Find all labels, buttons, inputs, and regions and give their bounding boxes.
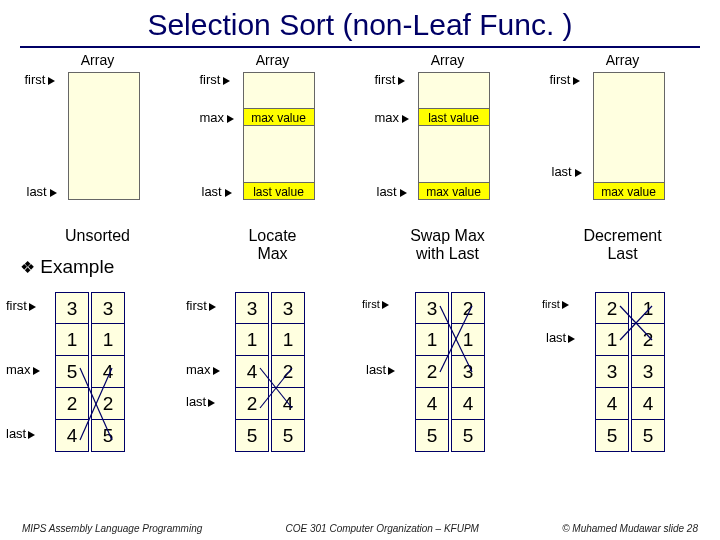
num-cell: 2 (631, 324, 665, 356)
num-cell: 5 (55, 356, 89, 388)
caption-swap: Swap Max with Last (363, 227, 533, 262)
cell-maxval: max value (418, 182, 490, 200)
caption-line: with Last (416, 245, 479, 262)
num-cell: 1 (595, 324, 629, 356)
array-box (593, 72, 665, 200)
num-cell: 4 (631, 388, 665, 420)
ptr-first: first (542, 298, 569, 310)
ptr-last: last (202, 184, 232, 199)
num-cell: 2 (55, 388, 89, 420)
array-block-1: Array first max max value last last valu… (188, 52, 358, 70)
caption-line: Swap Max (410, 227, 485, 244)
num-cell: 2 (415, 356, 449, 388)
num-cell: 1 (631, 292, 665, 324)
caption-line: Max (257, 245, 287, 262)
ptr-last: last (186, 394, 215, 409)
num-cell: 2 (235, 388, 269, 420)
concept-row: Array first last Unsorted Array first ma… (10, 52, 710, 70)
ptr-last: last (6, 426, 35, 441)
caption-unsorted: Unsorted (13, 227, 183, 245)
ptr-last: last (377, 184, 407, 199)
num-cell: 3 (235, 292, 269, 324)
caption-line: Decrement (583, 227, 661, 244)
ptr-max: max (375, 110, 410, 125)
col-group-3: first last 2 1 3 4 5 1 2 3 4 5 (540, 292, 720, 452)
num-col: 3 1 4 2 5 (91, 292, 125, 452)
ptr-max: max (186, 362, 220, 377)
num-col: 2 1 3 4 5 (595, 292, 629, 452)
num-cell: 5 (415, 420, 449, 452)
col-group-1: first max last 3 1 4 2 5 3 1 2 4 5 (180, 292, 360, 452)
ptr-last: last (366, 362, 395, 377)
example-columns: first max last 3 1 5 2 4 3 1 4 2 5 first… (0, 292, 720, 452)
cell-lastval: last value (418, 108, 490, 126)
num-col: 3 1 2 4 5 (415, 292, 449, 452)
array-box (418, 72, 490, 200)
ptr-last: last (552, 164, 582, 179)
num-cell: 5 (451, 420, 485, 452)
footer-mid: COE 301 Computer Organization – KFUPM (286, 523, 479, 534)
example-label: Example (40, 256, 114, 277)
num-cell: 4 (415, 388, 449, 420)
footer-right: © Muhamed Mudawar slide 28 (562, 523, 698, 534)
ptr-max: max (6, 362, 40, 377)
array-box (243, 72, 315, 200)
num-cell: 3 (271, 292, 305, 324)
num-cell: 1 (415, 324, 449, 356)
num-cell: 5 (631, 420, 665, 452)
array-block-3: Array first last max value Decrement Las… (538, 52, 708, 70)
caption-locate: Locate Max (188, 227, 358, 262)
array-block-0: Array first last Unsorted (13, 52, 183, 70)
num-col: 2 1 3 4 5 (451, 292, 485, 452)
num-cell: 3 (415, 292, 449, 324)
bullet-icon: ❖ (20, 258, 35, 277)
cell-maxval: max value (243, 108, 315, 126)
num-col: 1 2 3 4 5 (631, 292, 665, 452)
num-col: 3 1 5 2 4 (55, 292, 89, 452)
example-heading: ❖ Example (20, 256, 114, 278)
array-label: Array (13, 52, 183, 68)
num-cell: 2 (271, 356, 305, 388)
ptr-last: last (546, 330, 575, 345)
num-cell: 2 (451, 292, 485, 324)
num-cell: 5 (271, 420, 305, 452)
caption-line: Last (607, 245, 637, 262)
num-col: 3 1 2 4 5 (271, 292, 305, 452)
num-cell: 3 (451, 356, 485, 388)
ptr-first: first (6, 298, 36, 313)
num-cell: 1 (271, 324, 305, 356)
num-cell: 2 (91, 388, 125, 420)
num-cell: 3 (595, 356, 629, 388)
col-group-0: first max last 3 1 5 2 4 3 1 4 2 5 (0, 292, 180, 452)
page-title: Selection Sort (non-Leaf Func. ) (20, 0, 700, 48)
num-cell: 4 (271, 388, 305, 420)
ptr-last: last (27, 184, 57, 199)
num-cell: 1 (451, 324, 485, 356)
ptr-first: first (25, 72, 56, 87)
num-cell: 5 (235, 420, 269, 452)
array-box (68, 72, 140, 200)
ptr-first: first (200, 72, 231, 87)
num-cell: 4 (235, 356, 269, 388)
num-cell: 1 (235, 324, 269, 356)
ptr-first: first (186, 298, 216, 313)
cell-maxval: max value (593, 182, 665, 200)
ptr-first: first (362, 298, 389, 310)
num-col: 3 1 4 2 5 (235, 292, 269, 452)
ptr-first: first (375, 72, 406, 87)
cell-lastval: last value (243, 182, 315, 200)
array-label: Array (188, 52, 358, 68)
num-cell: 1 (91, 324, 125, 356)
caption-line: Locate (248, 227, 296, 244)
array-label: Array (363, 52, 533, 68)
num-cell: 5 (91, 420, 125, 452)
caption-decr: Decrement Last (538, 227, 708, 262)
num-cell: 3 (631, 356, 665, 388)
num-cell: 4 (595, 388, 629, 420)
num-cell: 1 (55, 324, 89, 356)
num-cell: 2 (595, 292, 629, 324)
slide-footer: MIPS Assembly Language Programming COE 3… (0, 523, 720, 534)
num-cell: 4 (55, 420, 89, 452)
num-cell: 4 (91, 356, 125, 388)
array-label: Array (538, 52, 708, 68)
